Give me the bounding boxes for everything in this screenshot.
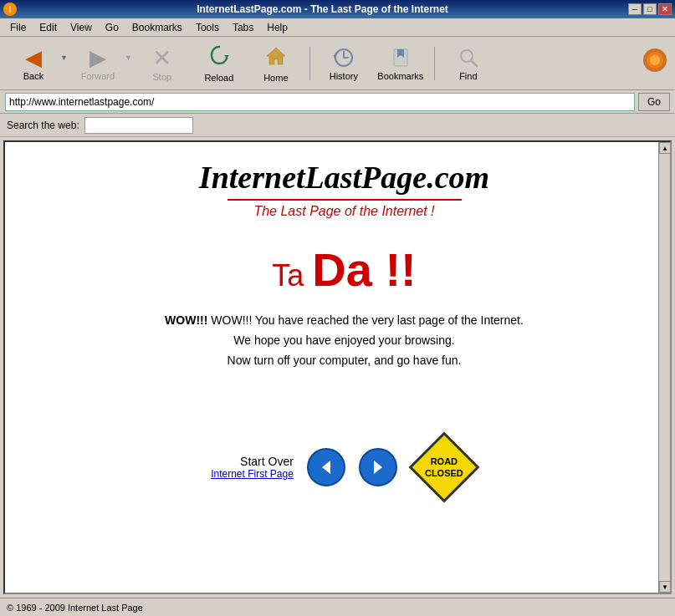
menu-help[interactable]: Help <box>260 20 294 35</box>
scrollbar[interactable]: ▲ ▼ <box>658 142 670 593</box>
url-input[interactable] <box>5 93 635 111</box>
menu-file[interactable]: File <box>3 20 33 35</box>
right-arrow-icon <box>369 458 387 476</box>
search-input[interactable] <box>84 117 193 134</box>
start-over-label: Start Over <box>211 455 294 468</box>
menu-edit[interactable]: Edit <box>33 20 64 35</box>
content-area: ▲ ▼ InternetLastPage.com The Last Page o… <box>3 140 672 594</box>
left-arrow-icon <box>317 458 335 476</box>
divider-line <box>228 199 462 201</box>
find-icon <box>457 46 480 71</box>
toolbar-separator-1 <box>309 47 310 80</box>
left-arrow-button[interactable] <box>307 448 345 486</box>
menu-go[interactable]: Go <box>99 20 125 35</box>
forward-group: ▶ Forward ▼ <box>71 41 132 86</box>
site-title: InternetLastPage.com <box>38 159 650 196</box>
reload-icon <box>207 43 231 73</box>
svg-marker-11 <box>322 461 330 474</box>
tada-large: Da !! <box>312 243 416 296</box>
internet-first-page-link[interactable]: Internet First Page <box>211 468 294 480</box>
app-icon: I <box>3 3 17 16</box>
scroll-track <box>659 154 670 581</box>
status-bar: © 1969 - 2009 Internet Last Page <box>0 598 675 616</box>
back-group: ◀ Back ▼ <box>7 41 68 86</box>
nav-bar: Go <box>0 90 675 114</box>
site-subtitle: The Last Page of the Internet ! <box>38 204 650 219</box>
back-icon: ◀ <box>25 45 42 71</box>
stop-icon: ✕ <box>152 44 171 72</box>
right-arrow-button[interactable] <box>359 448 397 486</box>
gecko-icon[interactable] <box>642 47 668 79</box>
toolbar: ◀ Back ▼ ▶ Forward ▼ ✕ Stop Reload <box>0 37 675 90</box>
home-icon <box>264 44 288 73</box>
menu-view[interactable]: View <box>64 20 99 35</box>
back-button[interactable]: ◀ Back <box>7 41 60 86</box>
tada-small: Ta <box>272 258 312 293</box>
menu-tabs[interactable]: Tabs <box>226 20 260 35</box>
svg-marker-0 <box>267 48 285 64</box>
window-controls: ─ □ ✕ <box>628 3 672 15</box>
road-closed-container: ROAD CLOSED <box>411 434 478 501</box>
reload-button[interactable]: Reload <box>192 41 246 86</box>
svg-point-10 <box>650 55 660 65</box>
tada-text: Ta Da !! <box>38 242 650 297</box>
stop-button[interactable]: ✕ Stop <box>136 41 189 86</box>
status-text: © 1969 - 2009 Internet Last Page <box>7 603 143 613</box>
line2: We hope you have enjoyed your browsing. <box>38 333 650 347</box>
minimize-button[interactable]: ─ <box>628 3 642 15</box>
home-button[interactable]: Home <box>249 41 303 86</box>
search-bar: Search the web: <box>0 114 675 137</box>
menu-bookmarks[interactable]: Bookmarks <box>125 20 189 35</box>
menu-tools[interactable]: Tools <box>189 20 226 35</box>
maximize-button[interactable]: □ <box>643 3 657 15</box>
start-over-area: Start Over Internet First Page <box>211 455 294 480</box>
window-title: InternetLastPage.com - The Last Page of … <box>17 3 628 15</box>
toolbar-separator-2 <box>434 47 435 80</box>
bookmarks-icon <box>389 46 412 71</box>
page-content: InternetLastPage.com The Last Page of th… <box>5 142 670 517</box>
line3: Now turn off your computer, and go have … <box>38 354 650 367</box>
find-button[interactable]: Find <box>442 41 495 86</box>
search-label: Search the web: <box>7 120 79 131</box>
menu-bar: File Edit View Go Bookmarks Tools Tabs H… <box>0 18 675 37</box>
forward-dropdown[interactable]: ▼ <box>125 53 132 62</box>
forward-button[interactable]: ▶ Forward <box>71 41 125 86</box>
history-button[interactable]: History <box>317 41 371 86</box>
browser-main: ▲ ▼ InternetLastPage.com The Last Page o… <box>0 137 675 598</box>
scroll-down[interactable]: ▼ <box>659 581 671 593</box>
bookmarks-button[interactable]: Bookmarks <box>374 41 427 86</box>
wow-text: WOW!!! WOW!!! You have reached the very … <box>38 313 650 327</box>
road-closed-text: ROAD CLOSED <box>425 456 463 480</box>
close-button[interactable]: ✕ <box>658 3 672 15</box>
forward-icon: ▶ <box>89 45 106 71</box>
back-dropdown[interactable]: ▼ <box>60 53 68 62</box>
scroll-up[interactable]: ▲ <box>659 142 671 154</box>
svg-line-7 <box>471 60 477 66</box>
go-button[interactable]: Go <box>638 93 670 111</box>
nav-section: Start Over Internet First Page <box>38 434 650 501</box>
svg-marker-12 <box>374 461 382 474</box>
title-bar: I InternetLastPage.com - The Last Page o… <box>0 0 675 18</box>
history-icon <box>332 46 355 71</box>
